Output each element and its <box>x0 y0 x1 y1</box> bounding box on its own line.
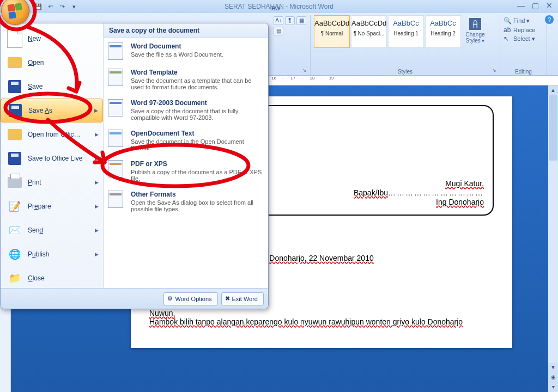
word-template-icon <box>108 69 123 86</box>
office-menu-right: Save a copy of the document Word Documen… <box>104 23 268 288</box>
minimize-button[interactable]: — <box>515 1 526 10</box>
style-gallery[interactable]: AaBbCcDd ¶ Normal AaBbCcDd ¶ No Spaci...… <box>314 15 496 48</box>
word-options-button[interactable]: ⚙Word Options <box>163 292 217 305</box>
qat-undo-icon[interactable]: ↶ <box>46 2 54 11</box>
qat-redo-icon[interactable]: ↷ <box>58 2 66 11</box>
menu-save[interactable]: Save <box>1 75 103 99</box>
exit-word-button[interactable]: ✖Exit Word <box>221 292 264 305</box>
saveas-other-formats[interactable]: Other FormatsOpen the Save As dialog box… <box>104 186 268 217</box>
find-icon: 🔍 <box>504 17 512 24</box>
chevron-right-icon: ▶ <box>95 204 99 209</box>
style-heading1[interactable]: AaBbCc Heading 1 <box>388 15 424 48</box>
replace-icon: ab <box>504 26 511 34</box>
menu-open[interactable]: Open <box>1 51 103 75</box>
sort-icon[interactable]: A↓ <box>274 16 283 25</box>
replace-button[interactable]: abReplace <box>504 26 543 34</box>
folder-open-icon <box>8 57 22 68</box>
word-doc-icon <box>108 42 123 60</box>
restore-button[interactable]: ▢ <box>530 1 541 10</box>
border-icon[interactable]: ▦ <box>296 16 306 25</box>
saveas-odt[interactable]: OpenDocument TextSave the document in th… <box>104 125 268 156</box>
saveas-word-template[interactable]: Word TemplateSave the document as a temp… <box>104 64 268 95</box>
chevron-right-icon: ▶ <box>95 180 99 185</box>
menu-open-office-live[interactable]: Open from Offic…▶ <box>1 122 103 146</box>
qat-customize-icon[interactable]: ▾ <box>70 2 78 11</box>
send-icon: ✉️ <box>7 223 22 238</box>
word97-icon <box>108 99 123 117</box>
new-doc-icon <box>7 29 22 48</box>
window-controls: — ▢ ✕ <box>515 1 555 10</box>
addr-line2-dots: …………………………… <box>388 188 484 197</box>
menu-close[interactable]: 📁Close <box>1 266 103 290</box>
saveas-word97[interactable]: Word 97-2003 DocumentSave a copy of the … <box>104 95 268 125</box>
styles-dialog-launcher[interactable]: ↘ <box>492 68 499 74</box>
addr-line1: Mugi Katur, <box>445 179 484 188</box>
floppy-icon <box>8 80 21 93</box>
chevron-right-icon: ▶ <box>95 156 99 161</box>
chevron-right-icon: ▶ <box>95 228 99 233</box>
select-button[interactable]: ↖Select ▾ <box>504 34 543 44</box>
chevron-right-icon: ▶ <box>95 132 99 137</box>
menu-print[interactable]: Print▶ <box>1 170 103 194</box>
scroll-thumb[interactable] <box>549 95 557 161</box>
floppy-live-icon <box>8 152 21 165</box>
qat-save-icon[interactable]: 💾 <box>34 2 43 11</box>
office-menu-footer: ⚙Word Options ✖Exit Word <box>1 288 268 309</box>
addr-line2-pre: Bapak/Ibu <box>354 188 388 197</box>
scroll-down-icon[interactable]: ▼ <box>548 363 558 372</box>
menu-new[interactable]: New <box>1 27 103 51</box>
menu-prepare[interactable]: 📝Prepare▶ <box>1 194 103 218</box>
pdf-xps-icon <box>108 160 123 177</box>
menu-send[interactable]: ✉️Send▶ <box>1 218 103 242</box>
find-button[interactable]: 🔍Find ▾ <box>504 16 543 26</box>
tab-view-fragment[interactable]: iew <box>270 4 280 12</box>
body-line2: Hambok bilih tanpo alangan,keparengo kul… <box>149 317 463 326</box>
styles-group-label: Styles <box>311 69 500 75</box>
other-formats-icon <box>108 191 123 208</box>
menu-save-as[interactable]: Save As▶ <box>1 99 103 122</box>
options-icon: ⚙ <box>167 295 173 302</box>
close-window-button[interactable]: ✕ <box>544 1 555 10</box>
editing-group-label: Editing <box>500 69 547 75</box>
paragraph-group-icons: A↓ ¶ ▦ ▤ <box>274 15 312 35</box>
publish-icon: 🌐 <box>7 247 22 262</box>
style-heading2[interactable]: AaBbCc Heading 2 <box>425 15 461 48</box>
chevron-right-icon: ▶ <box>94 108 98 113</box>
folder-live-icon <box>8 129 22 140</box>
prepare-icon: 📝 <box>7 199 22 214</box>
style-normal[interactable]: AaBbCcDd ¶ Normal <box>314 15 350 48</box>
printer-icon <box>8 177 22 188</box>
office-menu-left: New Open Save Save As▶ Open from Offic…▶… <box>1 23 104 288</box>
select-icon: ↖ <box>504 35 509 42</box>
shading-icon[interactable]: ▤ <box>274 27 283 35</box>
floppy-saveas-icon <box>9 104 22 117</box>
saveas-panel-header: Save a copy of the document <box>104 23 268 38</box>
saveas-pdf-xps[interactable]: PDF or XPSPublish a copy of the document… <box>104 156 268 186</box>
body-line1: Nuwun, <box>149 309 494 317</box>
next-page-icon[interactable]: ▾ <box>548 382 558 392</box>
quick-access-toolbar: 💾 ↶ ↷ ▾ <box>34 2 78 11</box>
odt-icon <box>108 130 123 147</box>
date-line: Donoharjo, 22 Novembar 2010 <box>269 254 373 262</box>
saveas-word-document[interactable]: Word DocumentSave the file as a Word Doc… <box>104 38 268 64</box>
scroll-up-icon[interactable]: ▲ <box>548 85 558 95</box>
office-menu: New Open Save Save As▶ Open from Offic…▶… <box>0 23 269 309</box>
office-logo-icon <box>7 3 23 19</box>
show-marks-icon[interactable]: ¶ <box>285 16 295 25</box>
addr-line3: Ing Donoharjo <box>436 198 484 206</box>
help-icon[interactable]: ? <box>545 15 554 24</box>
chevron-right-icon: ▶ <box>95 252 99 257</box>
paragraph-dialog-launcher[interactable]: ↘ <box>302 68 309 74</box>
vertical-scrollbar[interactable]: ▲ ▼ ◉ ▾ <box>548 85 558 392</box>
exit-icon: ✖ <box>225 295 230 302</box>
prev-page-icon[interactable]: ◉ <box>548 372 558 382</box>
editing-group: 🔍Find ▾ abReplace ↖Select ▾ Editing <box>500 15 547 75</box>
change-styles-button[interactable]: 🅰 Change Styles ▾ <box>462 15 488 48</box>
change-styles-icon: 🅰 <box>462 17 488 32</box>
close-doc-icon: 📁 <box>7 271 22 286</box>
menu-save-office-live[interactable]: Save to Office Live▶ <box>1 146 103 170</box>
menu-publish[interactable]: 🌐Publish▶ <box>1 242 103 266</box>
style-no-spacing[interactable]: AaBbCcDd ¶ No Spaci... <box>351 15 387 48</box>
